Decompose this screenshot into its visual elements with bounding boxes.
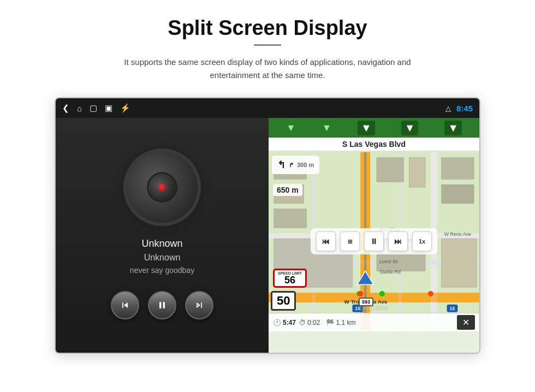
nav-street-bar: S Las Vegas Blvd: [269, 138, 479, 151]
nav-turn-indicator: ↰ ↱ 300 m: [272, 156, 319, 174]
page-title: Split Screen Display: [168, 16, 367, 40]
nav-arrow-1: ▼: [286, 122, 296, 134]
svg-rect-15: [409, 158, 425, 187]
nav-next-btn[interactable]: ⏭: [388, 231, 408, 251]
page-subtitle: It supports the same screen display of t…: [115, 56, 420, 82]
prev-button[interactable]: [111, 291, 139, 319]
current-speed: 50: [271, 291, 296, 311]
nav-speed-btn[interactable]: 1x: [412, 231, 432, 251]
album-dot: [159, 184, 165, 191]
music-controls: [111, 291, 213, 319]
split-content: Unknown Unknown never say goodbay: [56, 118, 479, 353]
svg-text:Stable Rd: Stable Rd: [379, 269, 401, 275]
track-title: Unknown: [141, 238, 182, 250]
speed-limit-sign: SPEED LIMIT 56: [273, 269, 307, 288]
svg-point-22: [358, 291, 363, 296]
device-frame: ❮ ⌂ ▢ ▣ ⚡ △ 8:45 Unknown Unknown never s…: [55, 97, 480, 354]
pause-button[interactable]: [148, 291, 176, 319]
status-time: 8:45: [456, 104, 473, 113]
status-bar: ❮ ⌂ ▢ ▣ ⚡ △ 8:45: [56, 98, 479, 118]
title-divider: [254, 44, 281, 46]
nav-close-button[interactable]: ✕: [457, 315, 475, 330]
square-icon[interactable]: ▢: [90, 103, 97, 113]
svg-point-24: [428, 291, 433, 296]
nav-map: 15 15 Koval Ln Duke Ellington Way Luxor …: [269, 151, 479, 331]
notification-icon: △: [445, 104, 451, 112]
nav-arrow-4: ▼: [401, 121, 419, 135]
svg-point-23: [379, 291, 385, 296]
svg-rect-17: [442, 185, 474, 204]
nav-elapsed-time: ⏱ 0:02 🏁 1.1 km: [299, 319, 454, 326]
nav-top-bar: ▼ ▼ ▼ ▼ ▼: [269, 118, 479, 138]
music-panel: Unknown Unknown never say goodbay: [56, 118, 269, 353]
nav-pause-btn[interactable]: ⏸: [364, 231, 384, 251]
svg-text:W Reno Ave: W Reno Ave: [444, 231, 471, 237]
nav-media-overlay: ⏮ ⊞ ⏸ ⏭ 1x: [311, 228, 437, 254]
next-button[interactable]: [185, 291, 213, 319]
nav-skip-btn[interactable]: ⊞: [340, 231, 360, 251]
svg-rect-20: [442, 239, 477, 287]
status-bar-right: △ 8:45: [445, 104, 473, 113]
svg-rect-14: [377, 158, 403, 182]
nav-prev-btn[interactable]: ⏮: [316, 231, 336, 251]
nav-arrow-5: ▼: [444, 121, 462, 135]
back-arrow-icon[interactable]: ❮: [62, 103, 69, 113]
nav-arrow-3: ▼: [358, 121, 375, 135]
usb-icon[interactable]: ⚡: [120, 103, 130, 113]
svg-rect-13: [274, 209, 306, 228]
gallery-icon[interactable]: ▣: [105, 103, 112, 113]
track-artist: Unknown: [144, 253, 181, 263]
nav-eta-time: 🕐 5:47: [273, 319, 296, 326]
svg-text:Luxor Dr: Luxor Dr: [379, 259, 398, 264]
album-art: [127, 152, 198, 223]
nav-arrow-2: ▼: [322, 122, 332, 134]
nav-bottom-bar: 🕐 5:47 ⏱ 0:02 🏁 1.1 km ✕: [269, 313, 479, 331]
nav-panel: ▼ ▼ ▼ ▼ ▼ S Las Vegas Blvd: [269, 118, 479, 353]
svg-text:15: 15: [450, 306, 455, 311]
nav-distance-indicator: 650 m: [273, 184, 302, 196]
track-album: never say goodbay: [130, 266, 194, 275]
map-background: 15 15 Koval Ln Duke Ellington Way Luxor …: [269, 151, 479, 331]
album-inner: [148, 174, 176, 201]
home-icon[interactable]: ⌂: [77, 104, 82, 113]
status-bar-left: ❮ ⌂ ▢ ▣ ⚡: [62, 103, 445, 113]
svg-rect-16: [442, 158, 474, 180]
